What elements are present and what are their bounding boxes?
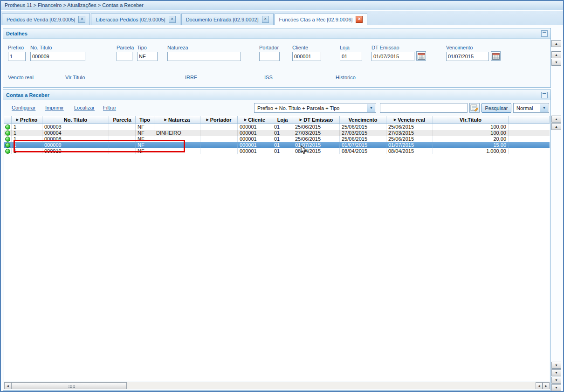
- search-button[interactable]: Pesquisar: [481, 103, 511, 113]
- no-titulo-input[interactable]: [30, 52, 85, 61]
- column-label: Vencimento: [349, 117, 378, 123]
- column-header-cliente[interactable]: ▶Cliente: [238, 116, 272, 124]
- field-label-vencto-real: Vencto real: [8, 75, 34, 80]
- column-header-loja[interactable]: Loja: [272, 116, 293, 124]
- cell: 01/07/2015: [386, 142, 433, 148]
- grip-icon: [69, 385, 69, 386]
- field-label-vlr-titulo: Vlr.Titulo: [65, 75, 85, 80]
- loja-input[interactable]: [340, 52, 362, 61]
- collapse-detalhes-button[interactable]: [541, 30, 548, 37]
- sort-arrow-icon: ▶: [394, 118, 396, 122]
- cell: [109, 136, 136, 142]
- column-label: Natureza: [168, 117, 190, 123]
- horizontal-scrollbar[interactable]: ◀ ◀ ▶: [4, 382, 550, 389]
- detalhes-next-record-button[interactable]: ▼: [551, 59, 561, 66]
- prefixo-input[interactable]: [8, 52, 26, 61]
- field-label-tipo: Tipo: [137, 45, 158, 50]
- grid-scroll-down-button[interactable]: ▼: [551, 362, 561, 369]
- portador-input[interactable]: [259, 52, 280, 61]
- column-header-portador[interactable]: ▶Portador: [200, 116, 238, 124]
- collapse-contas-button[interactable]: [541, 92, 548, 98]
- column-header-natureza[interactable]: ▶Natureza: [154, 116, 200, 124]
- tab-label: Liberacao Pedidos [02.9.0005]: [96, 17, 165, 22]
- close-icon[interactable]: ×: [78, 16, 85, 23]
- column-header-vlr-titulo[interactable]: Vlr.Titulo: [433, 116, 509, 124]
- natureza-input[interactable]: [167, 52, 241, 61]
- field-cliente: Cliente: [292, 45, 321, 61]
- calendar-icon-button-vencimento[interactable]: [491, 51, 501, 61]
- advanced-search-icon-button[interactable]: [469, 103, 480, 113]
- parcela-input[interactable]: [117, 52, 132, 61]
- vencimento-input[interactable]: [446, 52, 489, 61]
- field-label-iss: ISS: [264, 75, 273, 80]
- cell: [154, 136, 200, 142]
- close-icon[interactable]: ×: [262, 16, 269, 23]
- column-header-dt-emissao[interactable]: ▶DT Emissao: [293, 116, 340, 124]
- calendar-icon: [418, 53, 425, 60]
- grid-scroll-top-button[interactable]: ▲: [551, 116, 561, 123]
- column-header-prefixo[interactable]: ▶Prefixo: [12, 116, 42, 124]
- calendar-icon-button-dt-emissao[interactable]: [416, 51, 426, 61]
- cell: 25/06/2015: [293, 136, 340, 142]
- dt-emissao-input[interactable]: [371, 52, 414, 61]
- table-row[interactable]: 1000009NF0000010101/07/201501/07/201501/…: [4, 142, 550, 148]
- field-label-prefixo: Prefixo: [8, 45, 26, 50]
- tab-label: Documento Entrada [02.9.0002]: [186, 17, 259, 22]
- table-row[interactable]: 1000008NF0000010125/06/201525/06/201525/…: [4, 136, 550, 142]
- grid-page-down-button[interactable]: ▼: [551, 369, 561, 376]
- cell: NF: [136, 142, 154, 148]
- column-header-vencimento[interactable]: Vencimento: [340, 116, 386, 124]
- index-selector-dropdown[interactable]: Prefixo + No. Titulo + Parcela + Tipo ▼: [254, 103, 376, 113]
- view-mode-dropdown[interactable]: Normal ▼: [513, 103, 549, 113]
- detalhes-prev-record-button[interactable]: ▲: [551, 51, 561, 58]
- cell: 1: [12, 124, 42, 130]
- column-header-no-titulo[interactable]: No. Titulo: [42, 116, 109, 124]
- cell: 01: [272, 124, 293, 130]
- column-header-vencto-real[interactable]: ▶Vencto real: [386, 116, 433, 124]
- link-imprimir[interactable]: Imprimir: [45, 105, 64, 110]
- cell: 000009: [42, 142, 109, 148]
- horizontal-scrollbar-track[interactable]: [127, 382, 536, 389]
- status-cell: [4, 124, 12, 130]
- scroll-corner-button[interactable]: ▼: [551, 384, 561, 391]
- horizontal-scrollbar-thumb[interactable]: [11, 382, 127, 389]
- tab-pedidos-de-venda-02-9-0005[interactable]: Pedidos de Venda [02.9.0005]×: [2, 13, 90, 25]
- tab-documento-entrada-02-9-0002[interactable]: Documento Entrada [02.9.0002]×: [181, 13, 274, 25]
- column-label: Cliente: [248, 117, 265, 123]
- tipo-input[interactable]: [137, 52, 158, 61]
- column-header-tipo[interactable]: Tipo: [136, 116, 154, 124]
- field-label-dt-emissao: DT Emissao: [371, 45, 414, 50]
- scroll-left-button-right[interactable]: ◀: [536, 382, 543, 389]
- scroll-right-button[interactable]: ▶: [543, 382, 550, 389]
- close-icon[interactable]: ×: [356, 16, 363, 23]
- cell: [200, 136, 238, 142]
- table-row[interactable]: 1000010NF0000010108/04/201508/04/201508/…: [4, 148, 550, 154]
- cell: [200, 142, 238, 148]
- cell: 08/04/2015: [386, 148, 433, 154]
- grid-scroll-bottom-button[interactable]: ▼: [551, 377, 561, 384]
- grid-header-row: ▶PrefixoNo. TituloParcelaTipo▶Natureza▶P…: [4, 116, 550, 124]
- field-label-loja: Loja: [340, 45, 362, 50]
- close-icon[interactable]: ×: [169, 16, 176, 23]
- column-header-parcela[interactable]: Parcela: [109, 116, 136, 124]
- link-localizar[interactable]: Localizar: [74, 105, 95, 110]
- search-input[interactable]: [380, 103, 468, 113]
- grid-scroll-up-button[interactable]: ▲: [551, 123, 561, 130]
- table-row[interactable]: 1000004NFDINHEIRO0000010127/03/201527/03…: [4, 130, 550, 136]
- tab-func-es-ctas-a-rec-02-9-0006[interactable]: Funcões Ctas a Rec [02.9.0006]×: [275, 13, 368, 25]
- status-ok-icon: [5, 137, 10, 142]
- cell: [109, 148, 136, 154]
- cliente-input[interactable]: [292, 52, 321, 61]
- table-row[interactable]: 1000003NF0000010125/06/201525/06/201525/…: [4, 124, 550, 130]
- cell-filler: [509, 130, 550, 136]
- detalhes-scroll-up-button[interactable]: ▲: [551, 40, 561, 47]
- cell: 100,00: [433, 124, 509, 130]
- cell: 25/06/2015: [340, 124, 386, 130]
- cell: 000004: [42, 130, 109, 136]
- column-label: Parcela: [113, 117, 131, 123]
- scroll-left-button[interactable]: ◀: [4, 382, 11, 389]
- tab-liberacao-pedidos-02-9-0005[interactable]: Liberacao Pedidos [02.9.0005]×: [91, 13, 180, 25]
- link-filtrar[interactable]: Filtrar: [103, 105, 116, 110]
- link-configurar[interactable]: Configurar: [12, 105, 35, 110]
- cell-filler: [509, 148, 550, 154]
